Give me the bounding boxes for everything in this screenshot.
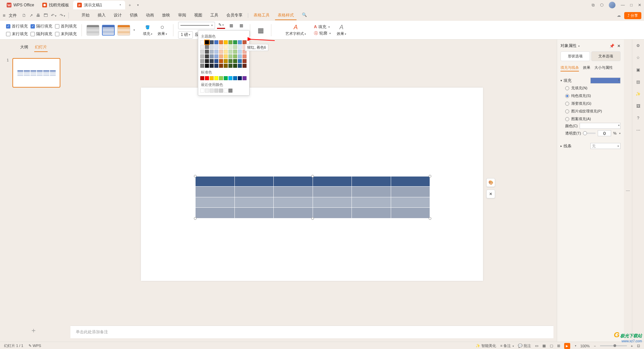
cloud-icon[interactable]: ☁ bbox=[617, 13, 621, 18]
zoom-out-icon[interactable]: − bbox=[594, 344, 596, 348]
tab-table-tools[interactable]: 表格工具 bbox=[251, 11, 272, 20]
table-style-3[interactable] bbox=[117, 25, 130, 36]
notes-toggle[interactable]: ≡ 备注 ▾ bbox=[500, 343, 514, 348]
color-swatch[interactable] bbox=[210, 40, 214, 44]
fill-color-preview[interactable]: ▾ bbox=[590, 78, 621, 84]
chk-total-row[interactable]: 末行填充 bbox=[6, 31, 28, 37]
wps-indicator[interactable]: ✎ WPS bbox=[29, 344, 41, 348]
style-more-icon[interactable]: ▾ bbox=[133, 29, 135, 32]
chk-header-row[interactable]: ✓首行填充 bbox=[6, 23, 28, 29]
radio-picture-fill[interactable]: 图片或纹理填充(P) bbox=[565, 109, 621, 114]
new-tab-button[interactable]: ＋ bbox=[125, 2, 135, 8]
subtab-effect[interactable]: 效果 bbox=[583, 65, 590, 71]
line-type-select[interactable]: 无▾ bbox=[590, 143, 621, 149]
tab-design[interactable]: 设计 bbox=[111, 11, 124, 20]
tab-view[interactable]: 视图 bbox=[192, 11, 205, 20]
minimize-icon[interactable]: — bbox=[621, 3, 625, 7]
tab-home[interactable]: 开始 bbox=[79, 11, 92, 20]
color-swatch[interactable] bbox=[233, 40, 237, 44]
undo-icon[interactable]: ↶▾ bbox=[51, 13, 56, 18]
hamburger-icon[interactable]: ≡ bbox=[3, 13, 5, 18]
tab-animation[interactable]: 动画 bbox=[143, 11, 157, 20]
slide-canvas[interactable]: 🎨 ✕ bbox=[141, 88, 483, 281]
chk-first-col[interactable]: 首列填充 bbox=[55, 23, 77, 29]
text-effect-button[interactable]: A效果▾ bbox=[335, 23, 347, 37]
chk-banded-col[interactable]: 隔列填充 bbox=[31, 31, 52, 37]
quick-layout-icon[interactable]: ✕ bbox=[486, 190, 495, 198]
table-style-2[interactable] bbox=[102, 25, 115, 36]
zoom-label[interactable]: 100% bbox=[580, 344, 590, 348]
slideshow-button[interactable]: ▶ bbox=[564, 343, 570, 349]
close-icon[interactable]: ✕ bbox=[638, 3, 641, 7]
color-swatch[interactable] bbox=[214, 40, 218, 44]
tab-member[interactable]: 会员专享 bbox=[224, 11, 245, 20]
more-strip-icon[interactable]: ⋯ bbox=[635, 127, 642, 134]
quick-style-icon[interactable]: 🎨 bbox=[486, 178, 495, 187]
preview-icon[interactable]: 🗔 bbox=[44, 13, 48, 18]
template-strip-icon[interactable]: ▤ bbox=[635, 79, 642, 85]
zoom-slider[interactable] bbox=[600, 345, 627, 346]
text-options-tab[interactable]: 文本选项 bbox=[591, 51, 621, 61]
chk-banded-row[interactable]: ✓隔行填充 bbox=[31, 23, 52, 29]
radio-solid-fill[interactable]: 纯色填充(S) bbox=[565, 93, 621, 98]
tab-tools[interactable]: 工具 bbox=[208, 11, 221, 20]
layers-strip-icon[interactable]: ▣ bbox=[635, 66, 642, 73]
fit-icon[interactable]: ⊡ bbox=[637, 344, 640, 348]
share-button[interactable]: ⤴ 分享 bbox=[624, 12, 641, 19]
search-icon[interactable]: 🔍 bbox=[299, 11, 310, 20]
tab-review[interactable]: 审阅 bbox=[175, 11, 189, 20]
erase-table-icon[interactable]: ▦ bbox=[237, 21, 245, 30]
panel-close-icon[interactable]: ✕ bbox=[617, 44, 621, 48]
help-strip-icon[interactable]: ? bbox=[635, 115, 642, 121]
chk-last-col[interactable]: 末列填充 bbox=[55, 31, 77, 37]
color-swatch[interactable] bbox=[200, 40, 204, 44]
subtab-size[interactable]: 大小与属性 bbox=[594, 65, 613, 71]
view-sorter-icon[interactable]: ▦ bbox=[542, 344, 546, 348]
fill-section-header[interactable]: 填充▾ bbox=[560, 78, 621, 84]
effect-button[interactable]: ⬡效果▾ bbox=[156, 23, 168, 37]
view-reading-icon[interactable]: ▢ bbox=[550, 344, 553, 348]
line-weight-select[interactable]: 1 磅▾ bbox=[178, 31, 193, 39]
color-swatch[interactable] bbox=[228, 40, 232, 44]
maximize-icon[interactable]: □ bbox=[630, 3, 633, 7]
tab-slideshow[interactable]: 放映 bbox=[159, 11, 173, 20]
image-strip-icon[interactable]: 🖼 bbox=[635, 103, 642, 109]
zoom-in-icon[interactable]: + bbox=[631, 344, 633, 348]
redo-icon[interactable]: ↷▾ bbox=[60, 13, 65, 18]
fill-button[interactable]: 🪣填充▾ bbox=[142, 23, 154, 37]
file-menu[interactable]: 文件 bbox=[7, 13, 19, 18]
slides-tab[interactable]: 幻灯片 bbox=[34, 43, 48, 52]
settings-strip-icon[interactable]: ⚙ bbox=[635, 42, 642, 49]
color-swatch[interactable] bbox=[219, 40, 223, 44]
color-swatch[interactable] bbox=[224, 40, 228, 44]
add-slide-button[interactable]: ＋ bbox=[0, 319, 67, 342]
tab-insert[interactable]: 插入 bbox=[95, 11, 108, 20]
tab-table-style[interactable]: 表格样式 bbox=[275, 11, 297, 20]
color-swatch[interactable] bbox=[238, 40, 242, 44]
pen-color-button[interactable]: ✎▾ bbox=[217, 22, 225, 29]
view-grid-icon[interactable]: ⊞ bbox=[557, 344, 560, 348]
print-icon[interactable]: 🖶 bbox=[36, 13, 40, 18]
pin-icon[interactable]: 📌 bbox=[609, 44, 614, 48]
comments-toggle[interactable]: 💬 批注 bbox=[518, 343, 531, 348]
workspace-icon[interactable]: ⧉ bbox=[592, 3, 595, 7]
slide-thumbnail[interactable] bbox=[12, 58, 60, 88]
text-fill-button[interactable]: A填充▾ bbox=[314, 24, 330, 30]
cube-icon[interactable]: ⬡ bbox=[600, 3, 603, 7]
shape-options-tab[interactable]: 形状选项 bbox=[560, 51, 590, 61]
tab-transition[interactable]: 切换 bbox=[127, 11, 141, 20]
radio-pattern-fill[interactable]: 图案填充(A) bbox=[565, 116, 621, 121]
radio-gradient-fill[interactable]: 渐变填充(G) bbox=[565, 101, 621, 106]
template-tab[interactable]: 找稻壳模板 bbox=[38, 1, 73, 9]
star-strip-icon[interactable]: ☆ bbox=[635, 54, 642, 61]
text-outline-button[interactable]: Ⓐ轮廓▾ bbox=[314, 31, 331, 36]
panel-collapse-icon[interactable]: — bbox=[624, 40, 632, 342]
document-tab[interactable]: P 演示文稿1 • bbox=[73, 1, 125, 9]
subtab-fill[interactable]: 填充与线条 bbox=[560, 65, 579, 71]
color-swatch[interactable] bbox=[205, 40, 209, 44]
tab-menu-button[interactable]: ▾ bbox=[135, 3, 142, 7]
wordart-button[interactable]: A艺术字样式▾ bbox=[284, 23, 307, 37]
export-icon[interactable]: ↗ bbox=[30, 13, 33, 18]
table-style-1[interactable] bbox=[87, 25, 99, 36]
draw-table-icon[interactable]: ▦ bbox=[227, 21, 235, 30]
